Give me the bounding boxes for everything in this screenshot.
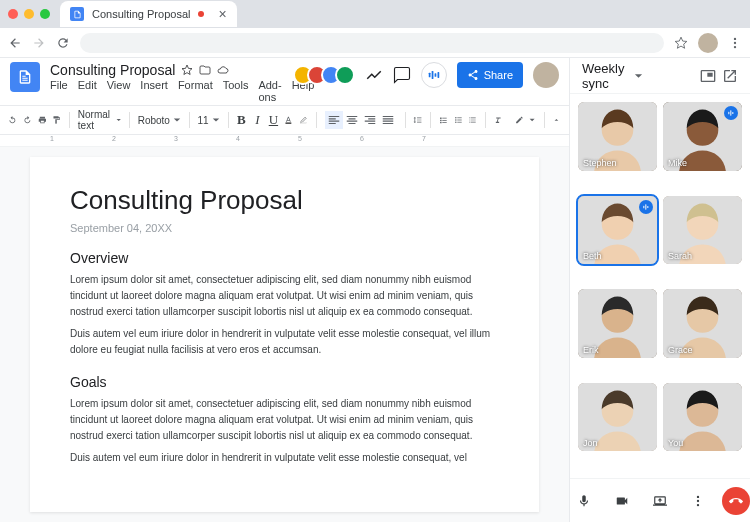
docs-favicon-icon bbox=[70, 7, 84, 21]
present-meet-button[interactable] bbox=[421, 62, 447, 88]
section-title: Overview bbox=[70, 250, 499, 266]
docs-app: Consulting Proposal FileEditViewInsertFo… bbox=[0, 58, 570, 522]
menu-bar: FileEditViewInsertFormatToolsAdd-onsHelp bbox=[50, 79, 289, 103]
comment-icon[interactable] bbox=[393, 66, 411, 84]
forward-icon[interactable] bbox=[32, 36, 46, 50]
participant-name: Jon bbox=[583, 438, 598, 448]
body-text: Duis autem vel eum iriure dolor in hendr… bbox=[70, 326, 499, 358]
participant-tile[interactable]: Grace bbox=[663, 289, 742, 358]
svg-rect-8 bbox=[301, 123, 307, 124]
body-text: Lorem ipsum dolor sit amet, consectetuer… bbox=[70, 396, 499, 444]
participant-tile[interactable]: Erik bbox=[578, 289, 657, 358]
menu-file[interactable]: File bbox=[50, 79, 68, 103]
chrome-menu-icon[interactable] bbox=[728, 36, 742, 50]
style-select[interactable]: Normal text bbox=[78, 109, 121, 131]
star-icon[interactable] bbox=[181, 64, 193, 76]
doc-date: September 04, 20XX bbox=[70, 222, 499, 234]
meet-title: Weekly sync bbox=[582, 61, 628, 91]
line-spacing-icon[interactable] bbox=[413, 113, 422, 127]
paint-format-icon[interactable] bbox=[52, 113, 61, 127]
text-color-icon[interactable] bbox=[284, 113, 293, 127]
speaking-indicator-icon bbox=[639, 200, 653, 214]
align-center-icon[interactable] bbox=[343, 111, 361, 129]
menu-tools[interactable]: Tools bbox=[223, 79, 249, 103]
underline-button[interactable]: U bbox=[268, 112, 278, 128]
align-right-icon[interactable] bbox=[361, 111, 379, 129]
share-label: Share bbox=[484, 69, 513, 81]
mic-button[interactable] bbox=[570, 487, 598, 515]
close-tab-icon[interactable]: × bbox=[218, 6, 226, 22]
zoom-window-icon[interactable] bbox=[40, 9, 50, 19]
open-external-icon[interactable] bbox=[722, 68, 738, 84]
participant-tile[interactable]: Beth bbox=[578, 196, 657, 265]
participant-name: Erik bbox=[583, 345, 599, 355]
svg-point-11 bbox=[455, 121, 456, 122]
more-options-button[interactable] bbox=[684, 487, 712, 515]
italic-button[interactable]: I bbox=[252, 112, 262, 128]
chevron-down-icon[interactable] bbox=[634, 68, 643, 84]
menu-insert[interactable]: Insert bbox=[140, 79, 168, 103]
print-icon[interactable] bbox=[38, 113, 47, 127]
participant-tile[interactable]: Mike bbox=[663, 102, 742, 171]
participant-tile[interactable]: Sarah bbox=[663, 196, 742, 265]
participant-tile[interactable]: Stephen bbox=[578, 102, 657, 171]
participant-name: You bbox=[668, 438, 683, 448]
redo-icon[interactable] bbox=[23, 113, 32, 127]
svg-point-2 bbox=[734, 45, 736, 47]
menu-view[interactable]: View bbox=[107, 79, 131, 103]
present-screen-button[interactable] bbox=[646, 487, 674, 515]
account-avatar[interactable] bbox=[533, 62, 559, 88]
browser-tab[interactable]: Consulting Proposal × bbox=[60, 1, 237, 27]
hide-menus-icon[interactable] bbox=[552, 113, 561, 127]
bold-button[interactable]: B bbox=[236, 112, 246, 128]
svg-rect-17 bbox=[730, 110, 731, 115]
picture-in-picture-icon[interactable] bbox=[700, 68, 716, 84]
numbered-list-icon[interactable] bbox=[468, 113, 477, 127]
bookmark-star-icon[interactable] bbox=[674, 36, 688, 50]
editing-mode-icon[interactable] bbox=[515, 113, 524, 127]
address-bar[interactable] bbox=[80, 33, 664, 53]
participant-tile[interactable]: Jon bbox=[578, 383, 657, 452]
reload-icon[interactable] bbox=[56, 36, 70, 50]
svg-rect-21 bbox=[643, 205, 644, 208]
share-button[interactable]: Share bbox=[457, 62, 523, 88]
svg-point-36 bbox=[697, 503, 699, 505]
meet-controls bbox=[570, 478, 750, 522]
formatting-toolbar: Normal text Roboto 11 B I U bbox=[0, 105, 569, 135]
align-left-icon[interactable] bbox=[325, 111, 343, 129]
svg-rect-4 bbox=[431, 71, 433, 79]
svg-rect-5 bbox=[434, 73, 436, 77]
version-history-icon[interactable] bbox=[365, 66, 383, 84]
camera-button[interactable] bbox=[608, 487, 636, 515]
undo-icon[interactable] bbox=[8, 113, 17, 127]
ruler-label: 6 bbox=[360, 135, 364, 142]
document-page[interactable]: Consulting Proposal September 04, 20XX O… bbox=[30, 157, 539, 512]
body-text: Lorem ipsum dolor sit amet, consectetuer… bbox=[70, 272, 499, 320]
back-icon[interactable] bbox=[8, 36, 22, 50]
browser-titlebar: Consulting Proposal × bbox=[0, 0, 750, 28]
end-call-button[interactable] bbox=[722, 487, 750, 515]
document-title[interactable]: Consulting Proposal bbox=[50, 62, 175, 78]
chevron-down-icon[interactable] bbox=[529, 113, 535, 127]
move-folder-icon[interactable] bbox=[199, 64, 211, 76]
menu-format[interactable]: Format bbox=[178, 79, 213, 103]
cloud-saved-icon[interactable] bbox=[217, 64, 229, 76]
profile-avatar[interactable] bbox=[698, 33, 718, 53]
align-justify-icon[interactable] bbox=[379, 111, 397, 129]
unsaved-indicator-icon bbox=[198, 11, 204, 17]
docs-home-icon[interactable] bbox=[10, 62, 40, 92]
clear-formatting-icon[interactable] bbox=[494, 113, 503, 127]
bulleted-list-icon[interactable] bbox=[454, 113, 463, 127]
participant-tile[interactable]: You bbox=[663, 383, 742, 452]
ruler[interactable]: 1234567 bbox=[0, 135, 569, 147]
collaborator-avatars[interactable] bbox=[299, 65, 355, 85]
close-window-icon[interactable] bbox=[8, 9, 18, 19]
font-size-select[interactable]: 11 bbox=[198, 115, 220, 126]
document-canvas: Consulting Proposal September 04, 20XX O… bbox=[0, 147, 569, 522]
minimize-window-icon[interactable] bbox=[24, 9, 34, 19]
checklist-icon[interactable] bbox=[439, 113, 448, 127]
highlight-color-icon[interactable] bbox=[299, 113, 308, 127]
font-select[interactable]: Roboto bbox=[138, 115, 181, 126]
menu-add-ons[interactable]: Add-ons bbox=[258, 79, 281, 103]
menu-edit[interactable]: Edit bbox=[78, 79, 97, 103]
